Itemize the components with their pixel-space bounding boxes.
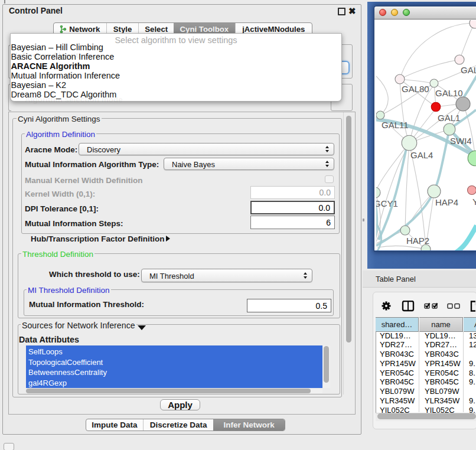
svg-text:SWI4: SWI4 xyxy=(450,136,472,146)
svg-text:GAL1: GAL1 xyxy=(438,113,460,123)
svg-text:Y: Y xyxy=(472,197,476,207)
svg-text:GAL7: GAL7 xyxy=(461,65,476,75)
svg-text:GAL11: GAL11 xyxy=(382,120,409,130)
svg-text:GAL80: GAL80 xyxy=(402,84,429,94)
svg-text:GAL10: GAL10 xyxy=(435,88,463,98)
svg-text:GCY1: GCY1 xyxy=(376,198,398,208)
svg-text:GAL4: GAL4 xyxy=(410,150,433,160)
svg-text:HAP4: HAP4 xyxy=(435,197,458,207)
svg-text:HAP2: HAP2 xyxy=(406,236,429,246)
